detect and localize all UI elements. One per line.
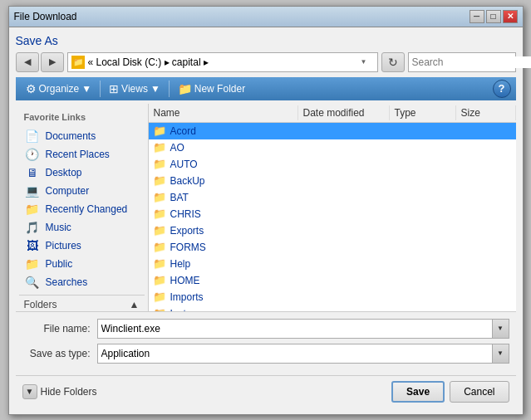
- table-row[interactable]: 📁 FORMS: [149, 239, 516, 256]
- separator-2: [169, 81, 170, 97]
- views-button[interactable]: ⊞ Views ▼: [104, 80, 165, 98]
- file-name: AO: [170, 142, 513, 154]
- sidebar-item-computer[interactable]: 💻 Computer: [19, 182, 145, 200]
- hide-folders-button[interactable]: ▼ Hide Folders: [22, 384, 97, 399]
- sidebar-item-desktop[interactable]: 🖥 Desktop: [19, 164, 145, 182]
- savetype-label: Save as type:: [22, 348, 97, 359]
- file-name: Instar: [170, 308, 513, 311]
- hide-folders-icon: ▼: [22, 384, 37, 399]
- action-buttons: Save Cancel: [391, 381, 509, 403]
- savetype-input[interactable]: [98, 344, 492, 363]
- folders-header[interactable]: Folders ▲: [19, 295, 145, 311]
- new-folder-icon: 📁: [178, 82, 192, 95]
- folder-icon: 📁: [152, 257, 167, 271]
- sidebar-item-public[interactable]: 📁 Public: [19, 255, 145, 273]
- sidebar-item-label: Public: [46, 258, 73, 270]
- filename-combo[interactable]: ▼: [97, 319, 509, 339]
- folder-icon: 📁: [152, 224, 167, 237]
- sidebar-item-icon: 🔍: [24, 276, 41, 289]
- table-row[interactable]: 📁 BAT: [149, 189, 516, 206]
- address-dropdown-arrow[interactable]: ▼: [361, 58, 374, 66]
- file-name: BAT: [170, 192, 513, 203]
- sidebar-item-icon: 🖥: [24, 166, 41, 179]
- hide-folders-label: Hide Folders: [41, 386, 97, 398]
- folder-icon: 📁: [152, 125, 167, 138]
- table-row[interactable]: 📁 AO: [149, 139, 516, 156]
- sidebar-item-label: Recently Changed: [46, 203, 128, 215]
- table-row[interactable]: 📁 HOME: [149, 272, 516, 289]
- savetype-dropdown-arrow[interactable]: ▼: [492, 344, 509, 363]
- table-row[interactable]: 📁 Instar: [149, 305, 516, 311]
- views-label: Views: [121, 83, 148, 95]
- col-type-header[interactable]: Type: [390, 105, 456, 120]
- filename-dropdown-arrow[interactable]: ▼: [492, 320, 509, 338]
- sidebar-item-icon: 🕐: [24, 148, 41, 161]
- col-date-header[interactable]: Date modified: [298, 105, 390, 120]
- sidebar-item-label: Recent Places: [46, 149, 110, 160]
- table-row[interactable]: 📁 Help: [149, 256, 516, 272]
- folder-icon: 📁: [152, 241, 167, 254]
- organize-button[interactable]: ⚙ Organize ▼: [21, 80, 97, 98]
- file-list-container: Name Date modified Type Size 📁 Acord 📁 A…: [149, 104, 516, 311]
- sidebar-item-searches[interactable]: 🔍 Searches: [19, 273, 145, 291]
- sidebar-item-icon: 🎵: [24, 221, 41, 234]
- sidebar-item-documents[interactable]: 📄 Documents: [19, 127, 145, 145]
- table-row[interactable]: 📁 Imports: [149, 289, 516, 305]
- help-button[interactable]: ?: [493, 80, 511, 98]
- folders-arrow: ▲: [130, 299, 140, 310]
- folder-icon: 📁: [152, 191, 167, 204]
- sidebar-item-music[interactable]: 🎵 Music: [19, 218, 145, 237]
- file-name: Acord: [170, 125, 513, 137]
- address-combo[interactable]: 📁 « Local Disk (C:) ▸ capital ▸ ▼: [67, 52, 378, 72]
- close-button[interactable]: ✕: [503, 10, 518, 23]
- col-size-header[interactable]: Size: [456, 105, 516, 120]
- new-folder-label: New Folder: [194, 83, 245, 95]
- address-bar: ◀ ▶ 📁 « Local Disk (C:) ▸ capital ▸ ▼ ↻ …: [16, 52, 516, 72]
- col-name-header[interactable]: Name: [149, 105, 298, 120]
- filename-row: File name: ▼: [22, 319, 509, 339]
- title-bar: File Download ─ □ ✕: [9, 7, 523, 27]
- sidebar-item-label: Music: [46, 222, 71, 233]
- main-content: Favorite Links 📄 Documents 🕐 Recent Plac…: [16, 104, 516, 311]
- table-row[interactable]: 📁 BackUp: [149, 173, 516, 189]
- footer-bar: ▼ Hide Folders Save Cancel: [16, 375, 516, 408]
- folder-icon: 📁: [152, 208, 167, 221]
- cancel-button[interactable]: Cancel: [450, 381, 509, 403]
- file-name: HOME: [170, 275, 513, 286]
- new-folder-button[interactable]: 📁 New Folder: [173, 80, 250, 98]
- sidebar-item-label: Pictures: [46, 240, 81, 252]
- folder-icon: 📁: [152, 291, 167, 304]
- forward-button[interactable]: ▶: [41, 52, 64, 72]
- address-text: « Local Disk (C:) ▸ capital ▸: [88, 56, 357, 68]
- sidebar-item-label: Computer: [46, 185, 90, 197]
- file-name: CHRIS: [170, 208, 513, 220]
- file-name: Exports: [170, 225, 513, 237]
- views-arrow: ▼: [150, 83, 160, 95]
- save-button[interactable]: Save: [391, 381, 445, 403]
- sidebar-item-pictures[interactable]: 🖼 Pictures: [19, 237, 145, 255]
- sidebar-item-icon: 💻: [24, 184, 41, 198]
- filename-input[interactable]: [98, 320, 492, 338]
- file-list[interactable]: 📁 Acord 📁 AO 📁 AUTO 📁 BackUp 📁 BAT 📁 CHR…: [149, 123, 516, 311]
- sidebar-item-icon: 📁: [24, 203, 41, 216]
- sidebar-item-label: Documents: [46, 130, 96, 142]
- folder-icon: 📁: [152, 274, 167, 287]
- search-input[interactable]: [412, 56, 532, 68]
- sidebar-item-icon: 🖼: [24, 239, 41, 252]
- refresh-button[interactable]: ↻: [381, 52, 405, 72]
- sidebar-item-recently-changed[interactable]: 📁 Recently Changed: [19, 200, 145, 218]
- folder-icon: 📁: [71, 56, 85, 69]
- file-download-window: File Download ─ □ ✕ Save As ◀ ▶ 📁 « Loca…: [8, 6, 524, 415]
- minimize-button[interactable]: ─: [470, 10, 484, 23]
- table-row[interactable]: 📁 Exports: [149, 222, 516, 239]
- savetype-combo[interactable]: ▼: [97, 344, 509, 364]
- views-icon: ⊞: [109, 82, 119, 95]
- back-button[interactable]: ◀: [16, 52, 39, 72]
- toolbar: ⚙ Organize ▼ ⊞ Views ▼ 📁 New Folder ?: [16, 77, 516, 100]
- table-row[interactable]: 📁 Acord: [149, 123, 516, 139]
- table-row[interactable]: 📁 CHRIS: [149, 206, 516, 222]
- sidebar-item-recent-places[interactable]: 🕐 Recent Places: [19, 145, 145, 164]
- search-box[interactable]: 🔍: [408, 52, 516, 72]
- restore-button[interactable]: □: [486, 10, 501, 23]
- table-row[interactable]: 📁 AUTO: [149, 156, 516, 173]
